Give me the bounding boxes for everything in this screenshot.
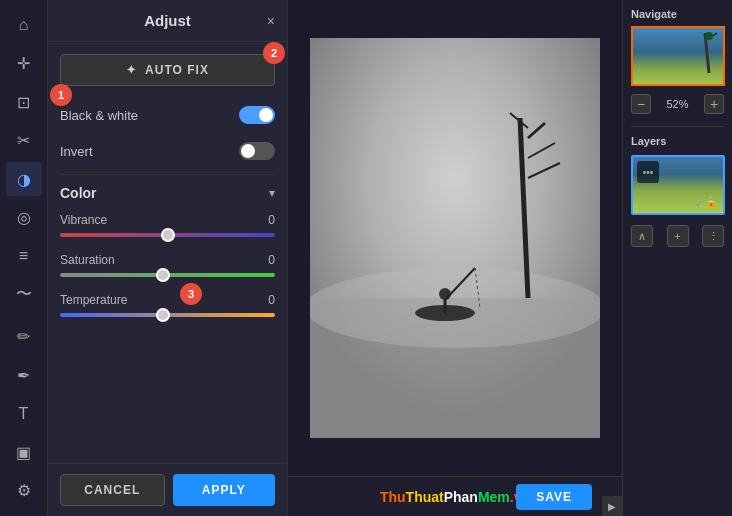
layer-more-button[interactable]: ⋮	[702, 225, 724, 247]
scissors-icon[interactable]: ✂	[6, 123, 42, 157]
saturation-track[interactable]	[60, 273, 275, 277]
apply-button[interactable]: APPLY	[173, 474, 276, 506]
layer-controls: ∧ + ⋮	[631, 225, 724, 247]
zoom-plus-button[interactable]: +	[704, 94, 724, 114]
panel-footer: CANCEL APPLY	[48, 463, 287, 516]
invert-row: Invert	[60, 138, 275, 164]
settings-icon[interactable]: ⚙	[6, 474, 42, 508]
vibrance-value: 0	[268, 213, 275, 227]
black-white-toggle[interactable]	[239, 106, 275, 124]
left-toolbar: ⌂ ✛ ⊡ ✂ ◑ ◎ ≡ 〜 ✏ ✒ T ▣ ⚙	[0, 0, 48, 516]
zoom-minus-button[interactable]: −	[631, 94, 651, 114]
vibrance-track[interactable]	[60, 233, 275, 237]
color-title: Color	[60, 185, 97, 201]
temperature-track[interactable]	[60, 313, 275, 317]
saturation-thumb[interactable]	[156, 268, 170, 282]
badge-2: 2	[263, 42, 285, 64]
zoom-value: 52%	[666, 98, 688, 110]
close-button[interactable]: ×	[267, 13, 275, 29]
layers-icon[interactable]: ▣	[6, 435, 42, 469]
layer-up-button[interactable]: ∧	[631, 225, 653, 247]
badge-1: 1	[50, 84, 72, 106]
invert-label: Invert	[60, 144, 93, 159]
watermark-thuat: Thuat	[406, 489, 444, 505]
invert-toggle[interactable]	[239, 142, 275, 160]
color-section-header[interactable]: Color ▾	[60, 185, 275, 201]
panel-title: Adjust	[144, 12, 191, 29]
move-icon[interactable]: ✛	[6, 46, 42, 80]
crop-icon[interactable]: ⊡	[6, 85, 42, 119]
adjust-panel: Adjust × 1 ✦ AUTO FIX 2 Black & white In…	[48, 0, 288, 516]
cancel-button[interactable]: CANCEL	[60, 474, 165, 506]
save-button[interactable]: SAVE	[516, 484, 592, 510]
panel-content: 1 ✦ AUTO FIX 2 Black & white Invert Colo…	[48, 42, 287, 463]
canvas-footer: ThuThuatPhanMem.vn SAVE ▶	[288, 476, 622, 516]
vibrance-slider-row: Vibrance 0	[60, 213, 275, 237]
watermark: ThuThuatPhanMem.vn	[380, 489, 530, 505]
image-scene	[310, 38, 600, 438]
zoom-controls: − 52% +	[631, 94, 724, 114]
image-canvas	[310, 38, 600, 438]
vibrance-thumb[interactable]	[161, 228, 175, 242]
stamp-icon[interactable]: ◎	[6, 200, 42, 234]
temperature-thumb[interactable]	[156, 308, 170, 322]
saturation-label: Saturation	[60, 253, 115, 267]
svg-point-10	[439, 288, 451, 300]
layers-divider	[631, 126, 724, 127]
layer-check-icon: ✓	[695, 198, 703, 209]
navigate-thumbnail[interactable]	[631, 26, 725, 86]
watermark-mem: Mem	[478, 489, 510, 505]
color-arrow: ▾	[269, 186, 275, 200]
nav-thumb-svg	[633, 28, 725, 86]
pen-icon[interactable]: ✒	[6, 358, 42, 392]
layers-title: Layers	[631, 135, 724, 147]
home-icon[interactable]: ⌂	[6, 8, 42, 42]
filter-icon[interactable]: ≡	[6, 239, 42, 273]
layer-add-button[interactable]: +	[667, 225, 689, 247]
svg-point-16	[705, 32, 713, 40]
text-icon[interactable]: T	[6, 397, 42, 431]
auto-fix-label: AUTO FIX	[145, 63, 209, 77]
right-panel: Navigate − 52% + Layers ••• ✓ 🔒	[622, 0, 732, 516]
temperature-value: 0	[268, 293, 275, 307]
layer-item[interactable]: ••• ✓ 🔒	[631, 155, 725, 215]
auto-fix-icon: ✦	[126, 63, 137, 77]
panel-header: Adjust ×	[48, 0, 287, 42]
scene-svg	[310, 38, 600, 438]
adjust-icon[interactable]: ◑	[6, 162, 42, 196]
wave-icon[interactable]: 〜	[6, 277, 42, 311]
layer-menu-icon[interactable]: •••	[637, 161, 659, 183]
brush-icon[interactable]: ✏	[6, 320, 42, 354]
vibrance-label: Vibrance	[60, 213, 107, 227]
layer-lock-icon: 🔒	[703, 193, 719, 209]
badge-3: 3	[180, 283, 202, 305]
auto-fix-button[interactable]: ✦ AUTO FIX	[60, 54, 275, 86]
expand-icon[interactable]: ▶	[602, 496, 622, 516]
black-white-row: Black & white	[60, 102, 275, 128]
temperature-label: Temperature	[60, 293, 127, 307]
saturation-slider-row: Saturation 0	[60, 253, 275, 277]
saturation-value: 0	[268, 253, 275, 267]
navigate-title: Navigate	[631, 8, 724, 20]
canvas-area	[288, 0, 622, 476]
main-area: ThuThuatPhanMem.vn SAVE ▶	[288, 0, 622, 516]
black-white-label: Black & white	[60, 108, 138, 123]
temperature-slider-row: Temperature 0	[60, 293, 275, 317]
divider	[60, 174, 275, 175]
watermark-thu: Thu	[380, 489, 406, 505]
